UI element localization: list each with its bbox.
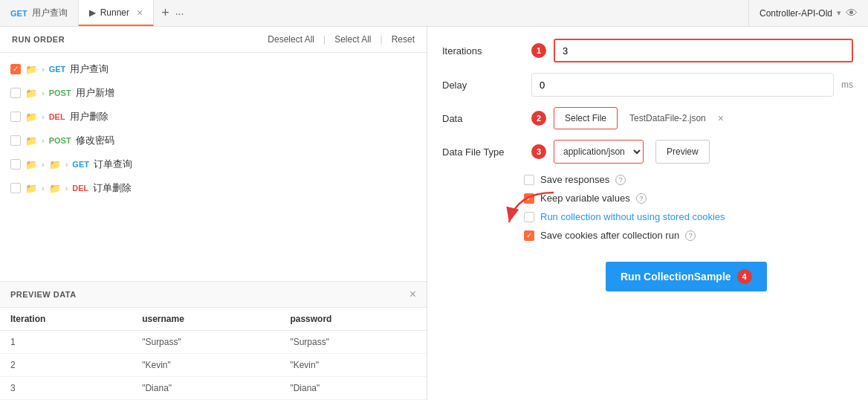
list-item[interactable]: 📁 › POST 修改密码	[0, 129, 427, 152]
save-responses-row: Save responses ?	[442, 174, 853, 185]
step-badge-2: 2	[531, 111, 546, 126]
arrow-icon-2: ›	[42, 112, 45, 121]
run-without-cookies-checkbox[interactable]	[524, 212, 534, 222]
preview-table: Iteration username password 1 "Surpass" …	[0, 308, 427, 400]
col-password: password	[279, 308, 427, 331]
preview-data-title: PREVIEW DATA	[10, 290, 77, 299]
run-without-cookies-row: Run collection without using stored cook…	[442, 211, 853, 222]
request-checkbox-2[interactable]	[10, 112, 21, 122]
req-name-0: 用户查询	[70, 62, 108, 76]
cell-pass-0: "Surpass"	[279, 331, 427, 354]
request-checkbox-1[interactable]	[10, 88, 21, 98]
delay-label: Delay	[442, 80, 524, 91]
delay-input[interactable]	[531, 73, 834, 97]
data-row: Data 2 Select File TestDataFile-2.json ×	[442, 107, 853, 129]
tab-add[interactable]: + ···	[154, 0, 191, 26]
run-without-cookies-label: Run collection without using stored cook…	[540, 211, 725, 222]
right-panel: Iterations 1 Delay ms Data 2 Select File…	[427, 27, 868, 400]
save-cookies-checkbox[interactable]	[524, 230, 534, 241]
divider-1: |	[323, 34, 326, 45]
method-del-2: DEL	[49, 112, 65, 121]
list-item[interactable]: 📁 › GET 用户查询	[0, 57, 427, 81]
reset-btn[interactable]: Reset	[392, 34, 415, 45]
data-file-type-label: Data File Type	[442, 146, 524, 158]
run-button-row: Run CollectionSample 4	[442, 251, 853, 291]
method-post-1: POST	[49, 88, 71, 97]
keep-variable-checkbox[interactable]	[524, 193, 534, 204]
run-order-title: RUN ORDER	[12, 35, 65, 44]
preview-table-wrap: Iteration username password 1 "Surpass" …	[0, 308, 427, 400]
run-collection-button[interactable]: Run CollectionSample 4	[606, 262, 767, 291]
request-checkbox-3[interactable]	[10, 135, 21, 146]
req-name-4: 订单查询	[94, 158, 132, 171]
list-item[interactable]: 📁 › 📁 › GET 订单查询	[0, 152, 427, 176]
list-item[interactable]: 📁 › POST 用户新增	[0, 81, 427, 105]
iterations-row: Iterations 1	[442, 39, 853, 62]
divider-2: |	[380, 34, 383, 45]
tab-runner-close[interactable]: ×	[137, 7, 143, 19]
select-all-btn[interactable]: Select All	[334, 34, 371, 45]
keep-variable-info-icon[interactable]: ?	[636, 193, 647, 204]
select-file-button[interactable]: Select File	[554, 107, 618, 129]
table-row: 2 "Kevin" "Kevin"	[0, 354, 427, 377]
workspace-selector[interactable]: Controller-API-Old ▾ 👁	[748, 0, 868, 26]
preview-data-section: PREVIEW DATA × Iteration username passwo…	[0, 281, 427, 400]
req-name-3: 修改密码	[76, 134, 114, 147]
iterations-input[interactable]	[554, 39, 853, 62]
file-type-select[interactable]: application/json text/csv	[554, 140, 644, 164]
col-iteration: Iteration	[0, 308, 132, 331]
method-del-5: DEL	[72, 184, 88, 193]
req-name-1: 用户新增	[76, 86, 114, 100]
more-tabs-icon[interactable]: ···	[175, 7, 184, 19]
table-row: 3 "Diana" "Diana"	[0, 377, 427, 400]
file-name-label: TestDataFile-2.json	[629, 113, 706, 123]
tab-get-user[interactable]: GET 用户查询	[0, 0, 79, 26]
runner-icon: ▶	[89, 7, 96, 18]
folder-icon-0: 📁	[25, 64, 37, 75]
keep-variable-label: Keep variable values	[540, 193, 630, 204]
cell-pass-2: "Diana"	[279, 377, 427, 400]
list-item[interactable]: 📁 › DEL 用户删除	[0, 105, 427, 129]
arrow-icon-5: ›	[42, 184, 45, 193]
save-responses-info-icon[interactable]: ?	[615, 175, 626, 185]
arrow-icon-4: ›	[42, 160, 45, 169]
request-list: 📁 › GET 用户查询 📁 › POST 用户新增 📁 › DEL 用户删除	[0, 53, 427, 281]
step-badge-3: 3	[531, 144, 546, 159]
request-checkbox-0[interactable]	[10, 64, 21, 74]
preview-data-header: PREVIEW DATA ×	[0, 282, 427, 308]
workspace-label: Controller-API-Old	[760, 8, 832, 19]
folder-icon-5: 📁	[25, 183, 37, 194]
run-button-label: Run CollectionSample	[621, 271, 731, 283]
col-username: username	[132, 308, 279, 331]
step-badge-4: 4	[737, 269, 752, 284]
ms-label: ms	[841, 80, 853, 90]
keep-variable-row: Keep variable values ?	[442, 193, 853, 204]
tab-runner[interactable]: ▶ Runner ×	[79, 0, 155, 26]
cell-pass-1: "Kevin"	[279, 354, 427, 377]
method-get-0: GET	[49, 65, 66, 74]
tab-runner-label: Runner	[100, 7, 129, 18]
preview-data-close[interactable]: ×	[409, 288, 416, 301]
request-checkbox-4[interactable]	[10, 159, 21, 170]
save-cookies-info-icon[interactable]: ?	[685, 230, 696, 241]
save-cookies-label: Save cookies after collection run	[540, 230, 679, 241]
folder-icon-1: 📁	[25, 88, 37, 99]
save-cookies-row: Save cookies after collection run ?	[442, 230, 853, 241]
run-order-header: RUN ORDER Deselect All | Select All | Re…	[0, 27, 427, 53]
subfolder-icon-5: 📁	[49, 183, 61, 194]
arrow-icon-5b: ›	[65, 184, 68, 193]
list-item[interactable]: 📁 › 📁 › DEL 订单删除	[0, 176, 427, 200]
eye-icon[interactable]: 👁	[846, 7, 858, 20]
preview-button[interactable]: Preview	[655, 140, 710, 164]
arrow-icon-1: ›	[42, 88, 45, 97]
file-remove-icon[interactable]: ×	[718, 112, 724, 124]
method-post-3: POST	[49, 136, 71, 145]
save-responses-checkbox[interactable]	[524, 175, 534, 185]
req-name-5: 订单删除	[93, 181, 132, 195]
delay-row: Delay ms	[442, 73, 853, 97]
request-checkbox-5[interactable]	[10, 183, 21, 193]
table-row: 1 "Surpass" "Surpass"	[0, 331, 427, 354]
deselect-all-btn[interactable]: Deselect All	[268, 34, 314, 45]
add-tab-icon[interactable]: +	[161, 5, 169, 21]
method-get-4: GET	[72, 160, 89, 169]
